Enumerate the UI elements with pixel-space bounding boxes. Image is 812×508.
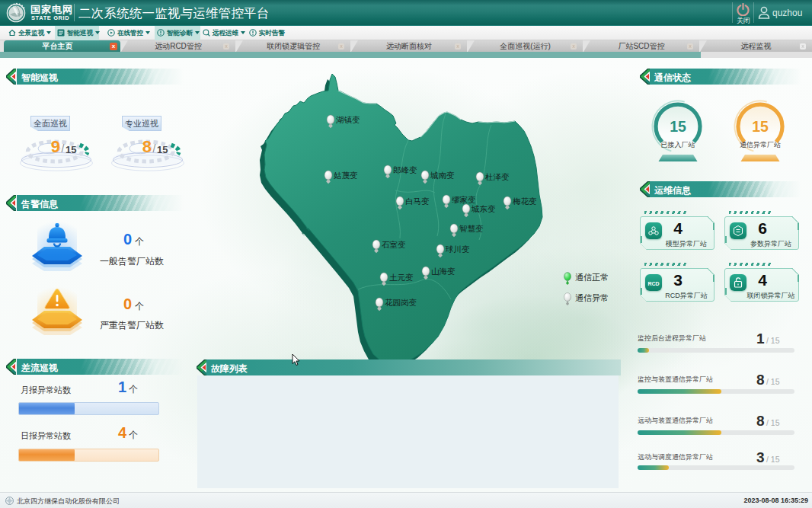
svg-text:球川变: 球川变 xyxy=(445,244,470,254)
svg-text:郎峰变: 郎峰变 xyxy=(393,165,417,174)
svg-text:杜泽变: 杜泽变 xyxy=(485,172,510,181)
svg-text:姑蔑变: 姑蔑变 xyxy=(334,171,358,180)
svg-text:/: / xyxy=(153,142,156,155)
svg-text:缪家变: 缪家变 xyxy=(452,195,476,204)
svg-text:山海变: 山海变 xyxy=(431,267,456,276)
svg-text:15: 15 xyxy=(66,144,76,155)
svg-text:湖镇变: 湖镇变 xyxy=(336,115,360,124)
svg-text:通信正常: 通信正常 xyxy=(575,273,609,282)
svg-text:智慧变: 智慧变 xyxy=(459,224,484,233)
svg-text:梅花变: 梅花变 xyxy=(512,196,537,206)
svg-text:15: 15 xyxy=(752,118,769,135)
svg-text:城南变: 城南变 xyxy=(430,171,455,180)
svg-text:土元变: 土元变 xyxy=(389,273,414,282)
svg-text:15: 15 xyxy=(157,144,168,155)
svg-text:城东变: 城东变 xyxy=(471,204,496,213)
svg-text:通信异常: 通信异常 xyxy=(575,293,609,302)
svg-text:9: 9 xyxy=(51,137,60,156)
svg-text:8: 8 xyxy=(142,137,152,156)
svg-text:/: / xyxy=(62,142,65,155)
svg-text:花园岗变: 花园岗变 xyxy=(385,298,417,307)
svg-text:白马变: 白马变 xyxy=(405,196,430,206)
svg-text:石室变: 石室变 xyxy=(382,240,406,249)
svg-text:15: 15 xyxy=(670,118,686,135)
